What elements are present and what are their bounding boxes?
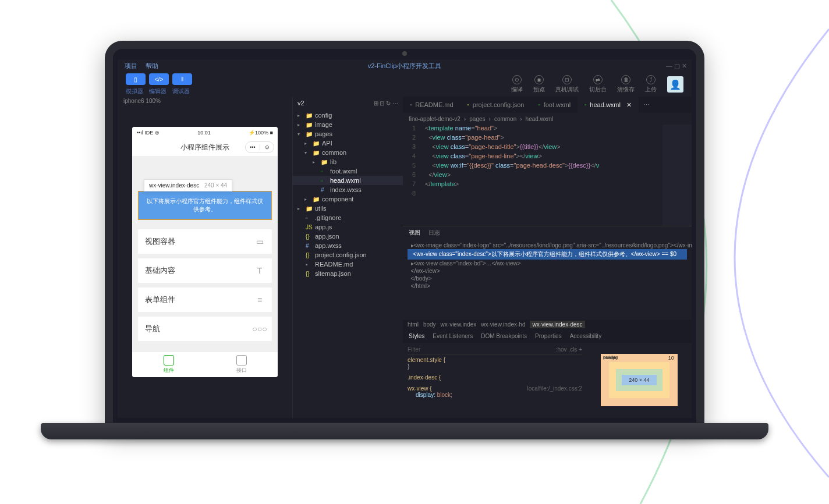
editor-tabs: ▫README.md▫project.config.json▫foot.wxml…: [403, 97, 692, 113]
view-toggles: ▯ </> ⫴: [126, 73, 192, 85]
devtools-tabs: StylesEvent ListenersDOM BreakpointsProp…: [403, 330, 692, 343]
devtools-tab[interactable]: Styles: [409, 333, 424, 339]
label-editor: 编辑器: [149, 87, 166, 95]
tree-item[interactable]: {}sitemap.json: [293, 269, 403, 278]
tree-item[interactable]: ▸📁config: [293, 111, 403, 120]
toolbar: ▯ </> ⫴ 模拟器 编辑器 调试器 ⊙编译◉预览⊡真机调试⇄切后台🗑清缓存⤴…: [118, 72, 692, 97]
window-title: v2-FinClip小程序开发工具: [368, 62, 442, 70]
tree-item[interactable]: ▫.gitignore: [293, 213, 403, 222]
styles-panel[interactable]: Filter :hov .cls + element.style {}.inde…: [403, 343, 587, 418]
tree-item[interactable]: #index.wxss: [293, 185, 403, 194]
dom-crumb[interactable]: html: [408, 321, 419, 328]
tab-log[interactable]: 日志: [428, 229, 440, 237]
action-真机调试[interactable]: ⊡真机调试: [555, 75, 579, 94]
box-model: margin10 border padding 240 × 44: [587, 343, 692, 418]
editor-tab[interactable]: ▫project.config.json: [460, 97, 532, 113]
dom-crumb[interactable]: body: [423, 321, 436, 328]
component-card[interactable]: 表单组件≡: [138, 288, 272, 312]
window-controls[interactable]: — ▢ ✕: [666, 62, 687, 70]
label-simulator: 模拟器: [126, 87, 143, 95]
phone-preview: ••ıl IDE ⊚ 10:01 ⚡100% ■ 小程序组件展示 ••• ⊙ w…: [132, 127, 278, 377]
toggle-debugger[interactable]: ⫴: [172, 73, 192, 85]
action-预览[interactable]: ◉预览: [533, 75, 545, 94]
inspector-tabs: 视图 日志: [403, 226, 692, 239]
action-清缓存[interactable]: 🗑清缓存: [617, 75, 635, 94]
tab-接口[interactable]: 接口: [205, 352, 278, 377]
breadcrumbs: fino-applet-demo-v2 › pages › common › h…: [403, 113, 692, 125]
inspector-panel: 视图 日志 ▸<wx-image class="index-logo" src=…: [403, 226, 692, 418]
editor-tab[interactable]: ▫README.md: [403, 97, 460, 113]
explorer-actions[interactable]: ⊞ ⊡ ↻ ⋯: [374, 100, 398, 107]
tree-item[interactable]: ▾📁pages: [293, 129, 403, 139]
app-body: wx-view.index-desc 240 × 44 以下将展示小程序官方组件…: [132, 156, 278, 352]
user-avatar[interactable]: 👤: [667, 76, 683, 93]
tree-item[interactable]: ▸📁API: [293, 139, 403, 148]
laptop-frame: 项目 帮助 v2-FinClip小程序开发工具 — ▢ ✕ ▯ </> ⫴ 模拟…: [93, 41, 716, 460]
toolbar-actions: ⊙编译◉预览⊡真机调试⇄切后台🗑清缓存⤴上传👤: [511, 75, 683, 94]
phone-status-bar: ••ıl IDE ⊚ 10:01 ⚡100% ■: [132, 127, 278, 139]
code-view[interactable]: 12345678 <template name="head"> <view cl…: [403, 125, 692, 226]
tree-item[interactable]: ▫foot.wxml: [293, 166, 403, 176]
dom-tree[interactable]: ▸<wx-image class="index-logo" src="../re…: [403, 239, 692, 320]
device-info: iphone6 100%: [118, 97, 292, 109]
dom-crumb[interactable]: wx-view.index-hd: [481, 321, 525, 328]
explorer-root: v2: [297, 100, 304, 107]
dom-breadcrumb: htmlbodywx-view.indexwx-view.index-hdwx-…: [403, 320, 692, 330]
highlighted-element[interactable]: 以下将展示小程序官方组件能力，组件样式仅供参考。: [138, 191, 272, 220]
menubar: 项目 帮助 v2-FinClip小程序开发工具 — ▢ ✕: [118, 59, 692, 72]
capsule-menu[interactable]: ••• ⊙: [245, 141, 274, 153]
tree-item[interactable]: {}app.json: [293, 232, 403, 241]
tree-item[interactable]: ▸📁lib: [293, 157, 403, 166]
tree-item[interactable]: ▸📁image: [293, 120, 403, 129]
toggle-simulator[interactable]: ▯: [126, 73, 146, 85]
dom-crumb[interactable]: wx-view.index: [441, 321, 477, 328]
devtools-tab[interactable]: Accessibility: [570, 333, 601, 339]
editor-tab[interactable]: ▫foot.wxml: [531, 97, 578, 113]
element-tooltip: wx-view.index-desc 240 × 44: [144, 179, 232, 191]
devtools-tab[interactable]: Event Listeners: [433, 333, 473, 339]
app-header: 小程序组件展示 ••• ⊙: [132, 139, 278, 156]
tree-item[interactable]: #app.wxss: [293, 241, 403, 250]
tab-view[interactable]: 视图: [409, 229, 420, 237]
tree-item[interactable]: {}project.config.json: [293, 250, 403, 260]
menu-help[interactable]: 帮助: [146, 62, 158, 70]
component-card[interactable]: 基础内容T: [138, 258, 272, 283]
tab-overflow[interactable]: ⋯: [639, 101, 654, 109]
devtools-tab[interactable]: Properties: [535, 333, 562, 339]
ide-window: 项目 帮助 v2-FinClip小程序开发工具 — ▢ ✕ ▯ </> ⫴ 模拟…: [118, 59, 692, 418]
tree-item[interactable]: JSapp.js: [293, 222, 403, 232]
dom-crumb[interactable]: wx-view.index-desc: [530, 321, 584, 328]
tree-item[interactable]: ▫head.wxml: [293, 176, 403, 185]
component-card[interactable]: 视图容器▭: [138, 229, 272, 254]
editor-tab[interactable]: ▫head.wxml✕: [578, 97, 639, 113]
file-tree: ▸📁config▸📁image▾📁pages▸📁API▾📁common▸📁lib…: [293, 109, 403, 418]
phone-tabbar: 组件接口: [132, 352, 278, 377]
toggle-editor[interactable]: </>: [149, 73, 169, 85]
filter-controls[interactable]: :hov .cls +: [556, 346, 582, 353]
menu-project[interactable]: 项目: [125, 62, 137, 70]
tab-组件[interactable]: 组件: [132, 352, 205, 377]
action-切后台[interactable]: ⇄切后台: [589, 75, 607, 94]
camera-notch: [402, 51, 407, 56]
laptop-base: [41, 423, 768, 439]
filter-input[interactable]: Filter: [408, 346, 420, 353]
action-编译[interactable]: ⊙编译: [511, 75, 523, 94]
simulator-panel: iphone6 100% ••ıl IDE ⊚ 10:01 ⚡100% ■ 小程…: [118, 97, 292, 418]
label-debugger: 调试器: [172, 87, 190, 95]
tree-item[interactable]: ▪README.md: [293, 260, 403, 269]
tree-item[interactable]: ▸📁utils: [293, 204, 403, 213]
code-editor: ▫README.md▫project.config.json▫foot.wxml…: [403, 97, 692, 418]
minimap[interactable]: [663, 125, 692, 226]
component-card[interactable]: 导航○○○: [138, 317, 272, 341]
tree-item[interactable]: ▾📁common: [293, 148, 403, 157]
tree-item[interactable]: ▸📁component: [293, 194, 403, 204]
devtools-tab[interactable]: DOM Breakpoints: [481, 333, 527, 339]
main-area: iphone6 100% ••ıl IDE ⊚ 10:01 ⚡100% ■ 小程…: [118, 97, 692, 418]
action-上传[interactable]: ⤴上传: [645, 75, 657, 94]
file-explorer: v2 ⊞ ⊡ ↻ ⋯ ▸📁config▸📁image▾📁pages▸📁API▾📁…: [292, 97, 403, 418]
